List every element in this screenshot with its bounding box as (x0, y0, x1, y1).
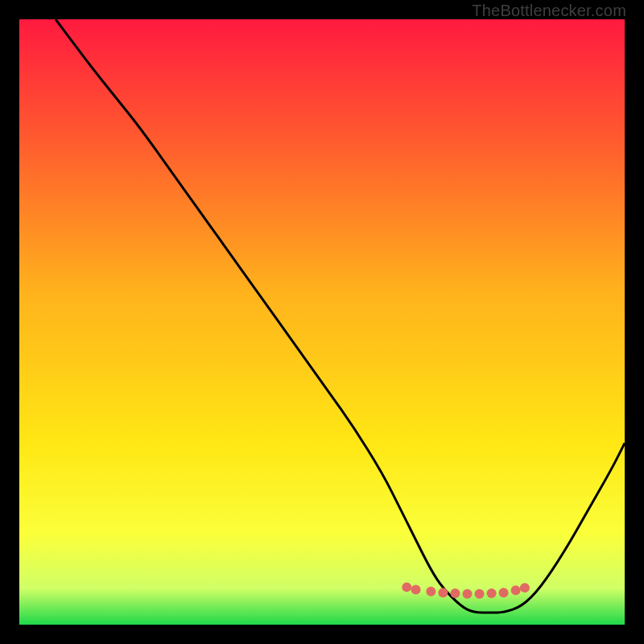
highlight-dot (475, 589, 485, 599)
gradient-background (19, 19, 625, 625)
highlight-dot (520, 583, 530, 592)
attribution-text: TheBottlenecker.com (472, 2, 626, 20)
highlight-dot (450, 588, 460, 598)
highlight-dot (499, 588, 509, 597)
plot-area (19, 19, 625, 625)
highlight-dot (511, 585, 521, 595)
chart-frame: TheBottlenecker.com (0, 0, 644, 644)
chart-svg (19, 19, 625, 625)
highlight-dot (438, 588, 448, 597)
highlight-dot (462, 589, 472, 599)
highlight-dot (487, 588, 497, 598)
highlight-dot (402, 582, 411, 592)
highlight-dot (426, 587, 436, 597)
highlight-dot (411, 584, 421, 594)
